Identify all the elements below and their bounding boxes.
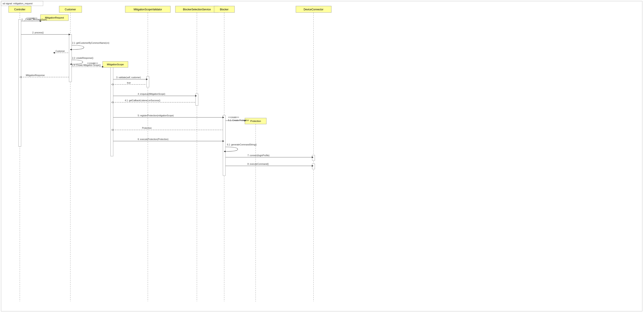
msg5-label: 5: registerProtection(mitigationScope)	[138, 114, 174, 117]
actor-msv-label: MitigationScopeValidator	[134, 8, 162, 11]
protection-ret-label: Protection	[142, 127, 152, 129]
object-mitigation-scope-label: MitigationScope	[107, 63, 124, 66]
mitigation-resp-label: MitigationResponse	[26, 74, 45, 77]
svg-rect-0	[1, 1, 642, 311]
msg51-note: <<create>>	[228, 116, 239, 119]
msg3-label: 3: validate(self, customer)	[116, 76, 141, 79]
msg22-arc	[72, 60, 83, 64]
msg8-label: 8: executeCommand()	[248, 163, 269, 165]
msg2-label: 2: process()	[32, 32, 44, 34]
diagram-container: sd signal: mitigation_request Controller…	[0, 0, 644, 313]
msg21-label: 2.1: getCustomerByCommonName(cn)	[72, 42, 109, 44]
customer-return-label: Customer	[56, 50, 65, 52]
actor-controller-label: Controller	[14, 8, 26, 11]
msg61-arc	[226, 147, 238, 151]
actor-customer-label: Customer	[65, 8, 76, 11]
activation-dc-2	[312, 164, 315, 169]
sequence-diagram: sd signal: mitigation_request Controller…	[0, 0, 644, 313]
msg6-label: 6: executeProtection(Protection)	[138, 138, 168, 140]
activation-blocker	[223, 115, 226, 176]
msg7-label: 7: connect(loginProfile)	[248, 154, 270, 157]
activation-dc-1	[312, 155, 315, 160]
true-return-label: true	[127, 82, 131, 84]
msg22-label: 2.2: createResponse()	[72, 57, 94, 59]
activation-mitigation-scope	[110, 64, 113, 156]
actor-dc-label: DeviceConnector	[304, 8, 324, 11]
msg1-label: 1: _Create_Message(type)	[22, 18, 47, 21]
msg21-arc	[72, 45, 84, 50]
activation-msv	[146, 77, 149, 87]
msg61-label: 6.1: generateCommandString()	[227, 143, 257, 146]
msg41-return-label: 4.1: getCallbackListener.onSuccess()	[125, 99, 160, 102]
object-mitigation-request-label: MitigationRequest	[45, 16, 64, 19]
activation-controller	[18, 19, 21, 146]
msg4-label: 4: enqueue(MitigationScope)	[138, 93, 165, 95]
activation-customer	[69, 35, 72, 82]
msg51-label: 5.1: Create Protection	[228, 119, 249, 122]
customer-return-arrow	[53, 52, 55, 54]
diagram-title: sd signal: mitigation_request	[2, 2, 32, 5]
actor-blocker-label: Blocker	[220, 8, 228, 11]
msg23-label: 2.3: Create Mitigation Scope()	[72, 64, 101, 66]
actor-bss-label: BlockerSelectionService	[183, 8, 211, 11]
object-protection-label: Protection	[250, 120, 261, 122]
